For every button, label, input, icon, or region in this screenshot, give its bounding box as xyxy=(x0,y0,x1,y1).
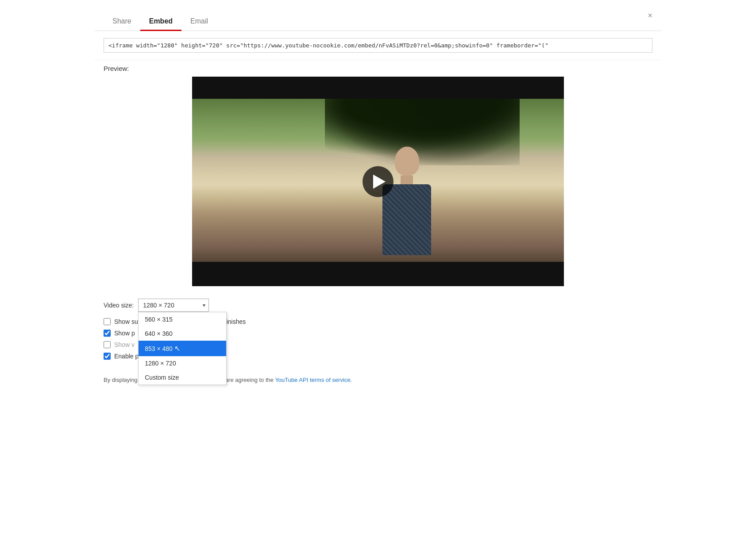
tab-share[interactable]: Share xyxy=(104,13,140,31)
privacy-mode-checkbox[interactable] xyxy=(104,353,111,360)
video-size-select[interactable]: 1280 × 720 xyxy=(138,299,209,312)
video-preview[interactable] xyxy=(192,77,564,286)
controls-section: Video size: 1280 × 720 ▾ 560 × 315 640 ×… xyxy=(95,293,661,369)
dropdown-item-853[interactable]: 853 × 480 ↖ xyxy=(139,341,226,356)
embed-code-input[interactable] xyxy=(104,38,652,53)
show-video-checkbox[interactable] xyxy=(104,341,111,348)
tos-link[interactable]: YouTube API terms of service. xyxy=(275,377,352,383)
show-player-label: Show p xyxy=(114,330,135,337)
play-icon xyxy=(373,175,386,189)
tab-email[interactable]: Email xyxy=(181,13,217,31)
close-button[interactable]: × xyxy=(648,12,652,19)
dropdown-item-1280[interactable]: 1280 × 720 xyxy=(139,356,226,370)
play-button[interactable] xyxy=(363,166,393,197)
show-suggested-checkbox[interactable] xyxy=(104,318,111,325)
preview-label: Preview: xyxy=(104,65,652,72)
dropdown-item-640[interactable]: 640 × 360 xyxy=(139,327,226,341)
person-figure xyxy=(378,147,436,262)
show-player-checkbox[interactable] xyxy=(104,330,111,337)
video-size-row: Video size: 1280 × 720 ▾ 560 × 315 640 ×… xyxy=(104,299,652,312)
tab-embed[interactable]: Embed xyxy=(140,13,181,31)
show-video-label: Show v xyxy=(114,341,135,348)
dropdown-item-custom[interactable]: Custom size xyxy=(139,370,226,385)
size-dropdown-menu: 560 × 315 640 × 360 853 × 480 ↖ 1280 × 7… xyxy=(138,312,227,385)
video-size-label: Video size: xyxy=(104,302,134,309)
embed-code-container xyxy=(95,31,661,60)
tab-bar: Share Embed Email × xyxy=(95,0,661,31)
preview-section: Preview: xyxy=(95,60,661,293)
cursor-icon: ↖ xyxy=(174,344,180,353)
size-select-wrapper: 1280 × 720 ▾ 560 × 315 640 × 360 853 × 4… xyxy=(138,299,209,312)
dropdown-item-560[interactable]: 560 × 315 xyxy=(139,312,226,327)
